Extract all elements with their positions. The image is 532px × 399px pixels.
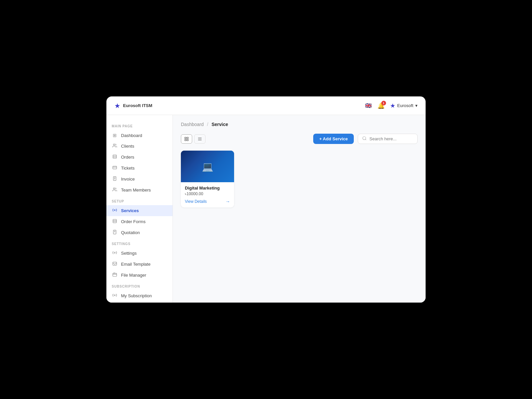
- digital-marketing-image: [181, 151, 234, 182]
- sidebar-label-file-manager: File Manager: [121, 273, 146, 278]
- svg-rect-18: [113, 262, 117, 265]
- app-window: ★ Eurosoft ITSM 🇬🇧 🔔 1 ★ Eurosoft ▾ Main…: [106, 96, 426, 303]
- header: ★ Eurosoft ITSM 🇬🇧 🔔 1 ★ Eurosoft ▾: [106, 96, 426, 115]
- svg-point-10: [114, 209, 115, 211]
- sidebar-item-quotation[interactable]: Quotation: [106, 227, 173, 238]
- logo-icon: ★: [114, 102, 120, 110]
- sidebar-item-invoice[interactable]: Invoice: [106, 174, 173, 185]
- arrow-right-icon: →: [225, 199, 230, 204]
- toolbar-right: + Add Service: [313, 134, 418, 144]
- list-view-button[interactable]: [194, 134, 205, 144]
- service-card-title: Digital Marketing: [185, 186, 230, 191]
- view-toggles: [181, 134, 205, 144]
- sidebar-label-settings: Settings: [121, 251, 137, 256]
- settings-icon: [112, 250, 118, 256]
- sidebar-label-order-forms: Order Forms: [121, 219, 146, 224]
- view-details-link[interactable]: View Details: [185, 199, 207, 204]
- file-manager-icon: [112, 272, 118, 278]
- search-box: [358, 134, 418, 144]
- sidebar-item-services[interactable]: Services: [106, 205, 173, 216]
- svg-point-0: [113, 144, 115, 146]
- svg-line-29: [365, 139, 366, 140]
- my-subscription-icon: [112, 293, 118, 299]
- sidebar-item-email-template[interactable]: Email Template: [106, 259, 173, 270]
- sidebar-item-my-subscription[interactable]: My Subscription: [106, 290, 173, 301]
- user-name: Eurosoft: [397, 103, 413, 108]
- breadcrumb-parent[interactable]: Dashboard: [181, 122, 204, 127]
- team-members-icon: [112, 187, 118, 193]
- sidebar-label-tickets: Tickets: [121, 166, 135, 171]
- svg-rect-19: [113, 273, 117, 276]
- sidebar-item-clients[interactable]: Clients: [106, 141, 173, 152]
- sidebar-label-clients: Clients: [121, 144, 134, 149]
- sidebar-label-team-members: Team Members: [121, 188, 151, 193]
- svg-rect-23: [185, 139, 186, 141]
- services-icon: [112, 208, 118, 213]
- breadcrumb-separator: /: [207, 122, 208, 127]
- svg-point-17: [114, 252, 115, 253]
- service-card-footer: View Details →: [185, 199, 230, 204]
- sidebar-label-orders: Orders: [121, 155, 134, 160]
- sidebar-label-dashboard: Dashboard: [121, 133, 142, 138]
- search-icon: [362, 136, 367, 142]
- sidebar: Main Page ⊞ Dashboard Clients Orders: [106, 115, 173, 303]
- breadcrumb: Dashboard / Service: [181, 122, 418, 127]
- grid-view-button[interactable]: [181, 134, 192, 144]
- svg-point-20: [114, 295, 115, 296]
- svg-rect-1: [113, 155, 117, 159]
- section-label-subscription: Subscription: [106, 281, 173, 290]
- sidebar-item-settings[interactable]: Settings: [106, 248, 173, 259]
- notification-badge: 1: [381, 101, 386, 105]
- sidebar-label-email-template: Email Template: [121, 262, 151, 267]
- header-left: ★ Eurosoft ITSM: [114, 102, 152, 110]
- invoice-icon: [112, 176, 118, 182]
- toolbar: + Add Service: [181, 134, 418, 144]
- quotation-icon: [112, 230, 118, 235]
- svg-point-9: [113, 188, 115, 190]
- sidebar-label-invoice: Invoice: [121, 177, 135, 182]
- sidebar-label-my-subscription: My Subscription: [121, 293, 152, 298]
- sidebar-item-order-forms[interactable]: Order Forms: [106, 216, 173, 227]
- user-star-icon: ★: [390, 102, 395, 109]
- sidebar-item-file-manager[interactable]: File Manager: [106, 270, 173, 281]
- layout: Main Page ⊞ Dashboard Clients Orders: [106, 115, 426, 303]
- orders-icon: [112, 154, 118, 160]
- sidebar-item-tickets[interactable]: Tickets: [106, 163, 173, 174]
- clients-icon: [112, 143, 118, 149]
- breadcrumb-current: Service: [211, 122, 228, 127]
- sidebar-item-dashboard[interactable]: ⊞ Dashboard: [106, 130, 173, 141]
- sidebar-item-team-members[interactable]: Team Members: [106, 185, 173, 196]
- order-forms-icon: [112, 219, 118, 224]
- main-content: Dashboard / Service + Add Service: [173, 115, 426, 303]
- dashboard-icon: ⊞: [112, 133, 118, 138]
- svg-rect-11: [113, 219, 117, 223]
- services-grid: Digital Marketing ৳10000.00 View Details…: [181, 151, 418, 207]
- chevron-down-icon: ▾: [415, 103, 418, 108]
- add-service-button[interactable]: + Add Service: [313, 134, 354, 144]
- svg-rect-24: [187, 139, 188, 141]
- search-input[interactable]: [369, 136, 413, 141]
- notification-button[interactable]: 🔔 1: [377, 102, 385, 109]
- svg-rect-22: [187, 137, 188, 138]
- section-label-main: Main Page: [106, 120, 173, 130]
- section-label-settings: Settings: [106, 238, 173, 248]
- tickets-icon: [112, 165, 118, 171]
- service-card-body: Digital Marketing ৳10000.00 View Details…: [181, 182, 234, 207]
- svg-rect-4: [113, 166, 117, 169]
- svg-point-28: [363, 137, 366, 140]
- sidebar-label-services: Services: [121, 208, 139, 213]
- section-label-setup: Setup: [106, 196, 173, 205]
- sidebar-item-orders[interactable]: Orders: [106, 152, 173, 163]
- svg-rect-21: [185, 137, 186, 138]
- brand-name: Eurosoft ITSM: [123, 103, 152, 108]
- email-template-icon: [112, 261, 118, 267]
- service-card[interactable]: Digital Marketing ৳10000.00 View Details…: [181, 151, 234, 207]
- sidebar-label-quotation: Quotation: [121, 230, 140, 235]
- service-card-image: [181, 151, 234, 182]
- header-right: 🇬🇧 🔔 1 ★ Eurosoft ▾: [365, 102, 418, 109]
- service-card-price: ৳10000.00: [185, 192, 230, 196]
- user-menu-button[interactable]: ★ Eurosoft ▾: [390, 102, 418, 109]
- language-flag[interactable]: 🇬🇧: [365, 103, 372, 108]
